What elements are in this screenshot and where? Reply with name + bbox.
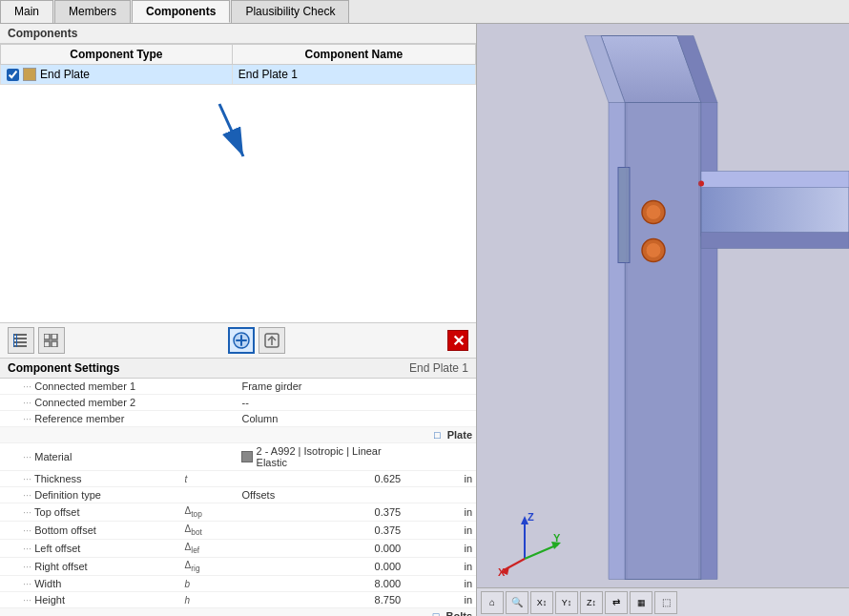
col-type-header: Component Type [1, 45, 233, 65]
prop-unit: in [404, 522, 476, 540]
prop-value: -- [238, 395, 404, 411]
prop-label: Bottom offset [0, 522, 181, 540]
viewport-toolbar: ⌂ 🔍 X↕ Y↕ Z↕ ⇄ ▦ ⬚ [477, 587, 849, 616]
prop-symbol: Δbot [181, 522, 238, 540]
edit-component-button[interactable] [259, 327, 285, 354]
type-label: End Plate [40, 68, 90, 81]
delete-button[interactable]: ✕ [447, 330, 468, 351]
svg-text:Y: Y [553, 532, 561, 544]
tab-bar: Main Members Components Plausibility Che… [0, 0, 849, 24]
prop-unit: in [404, 503, 476, 522]
svg-rect-19 [701, 184, 849, 236]
arrow-area [0, 85, 476, 322]
svg-rect-8 [44, 334, 50, 339]
content-area: Components Component Type Component Name [0, 24, 849, 616]
type-cell: End Plate [1, 65, 233, 85]
color-indicator [23, 68, 36, 81]
perspective-button[interactable]: ⬚ [654, 591, 677, 614]
rotate-z-button[interactable]: Z↕ [580, 591, 603, 614]
add-component-button[interactable] [228, 327, 255, 354]
tab-components[interactable]: Components [132, 0, 230, 23]
prop-value: 0.000 [238, 540, 404, 558]
prop-value: 0.625 [238, 471, 404, 487]
left-panel: Components Component Type Component Name [0, 24, 477, 616]
prop-label: Material [0, 443, 181, 471]
add-icon [232, 331, 251, 350]
prop-symbol [181, 379, 238, 395]
prop-unit: in [404, 471, 476, 487]
plate-section-row: □ Plate [0, 427, 476, 443]
flip-button[interactable]: ⇄ [605, 591, 628, 614]
prop-label: Definition type [0, 487, 181, 503]
prop-row-material: Material 2 - A992 | Isotropic | Linear E… [0, 443, 476, 471]
prop-row-deftype: Definition type Offsets [0, 487, 476, 503]
prop-label: Top offset [0, 503, 181, 522]
zoom-button[interactable]: 🔍 [506, 591, 528, 614]
prop-row-right-offset: Right offset Δrig 0.000 in [0, 558, 476, 576]
tab-main[interactable]: Main [0, 0, 53, 23]
prop-row-top-offset: Top offset Δtop 0.375 in [0, 503, 476, 522]
prop-label: Thickness [0, 471, 181, 487]
prop-unit: in [404, 576, 476, 592]
row-checkbox[interactable] [7, 69, 19, 81]
arrow-indicator [200, 94, 277, 190]
prop-value: 0.375 [238, 522, 404, 540]
home-view-button[interactable]: ⌂ [481, 591, 504, 614]
bolts-section-row: □ Bolts [0, 608, 476, 617]
grid-icon [44, 334, 59, 347]
prop-symbol: h [181, 592, 238, 608]
edit-icon [263, 332, 280, 349]
settings-title: Component Settings [8, 361, 119, 375]
prop-unit: in [404, 558, 476, 576]
prop-label: Right offset [0, 558, 181, 576]
prop-symbol [181, 411, 238, 427]
tab-plausibility[interactable]: Plausibility Check [231, 0, 349, 23]
components-toolbar: ✕ [0, 322, 476, 359]
prop-unit [404, 443, 476, 471]
svg-rect-22 [618, 168, 630, 263]
svg-rect-4 [13, 341, 27, 343]
settings-content: Connected member 1 Frame girder Connecte… [0, 379, 476, 616]
prop-value: 2 - A992 | Isotropic | Linear Elastic [238, 443, 404, 471]
svg-rect-2 [13, 334, 27, 336]
prop-symbol: t [181, 471, 238, 487]
grid-view-button[interactable] [38, 327, 65, 354]
prop-label: Connected member 2 [0, 395, 181, 411]
svg-rect-16 [625, 103, 701, 580]
prop-row-width: Width b 8.000 in [0, 576, 476, 592]
rotate-x-button[interactable]: X↕ [530, 591, 553, 614]
bolts-toggle[interactable]: □ [433, 610, 440, 616]
tab-members[interactable]: Members [54, 0, 131, 23]
svg-rect-5 [13, 345, 27, 347]
col-name-header: Component Name [232, 45, 475, 65]
svg-rect-10 [44, 341, 50, 347]
svg-line-1 [219, 104, 243, 156]
prop-label: Reference member [0, 411, 181, 427]
prop-symbol: b [181, 576, 238, 592]
svg-rect-9 [52, 334, 57, 339]
bolts-section-label: Bolts [446, 610, 473, 616]
plate-toggle[interactable]: □ [434, 429, 441, 441]
settings-view-button[interactable]: ▦ [630, 591, 652, 614]
prop-value: 0.000 [238, 558, 404, 576]
end-plate-label: End Plate 1 [409, 361, 468, 375]
rotate-y-button[interactable]: Y↕ [555, 591, 578, 614]
prop-unit [404, 487, 476, 503]
viewport-3d[interactable]: Z Y X ⌂ 🔍 X↕ Y↕ [477, 24, 849, 616]
svg-text:Z: Z [528, 511, 534, 523]
prop-label: Width [0, 576, 181, 592]
prop-row-bot-offset: Bottom offset Δbot 0.375 in [0, 522, 476, 540]
list-view-button[interactable] [8, 327, 34, 354]
material-color [241, 451, 252, 462]
components-table: Component Type Component Name End Plate [0, 44, 476, 85]
prop-unit [404, 411, 476, 427]
prop-label: Left offset [0, 540, 181, 558]
main-container: Main Members Components Plausibility Che… [0, 0, 849, 616]
table-row[interactable]: End Plate End Plate 1 [1, 65, 476, 85]
prop-label: Connected member 1 [0, 379, 181, 395]
prop-label: Height [0, 592, 181, 608]
prop-symbol: Δtop [181, 503, 238, 522]
prop-value: 8.750 [238, 592, 404, 608]
components-section-header: Components [0, 24, 476, 44]
properties-table: Connected member 1 Frame girder Connecte… [0, 379, 476, 616]
